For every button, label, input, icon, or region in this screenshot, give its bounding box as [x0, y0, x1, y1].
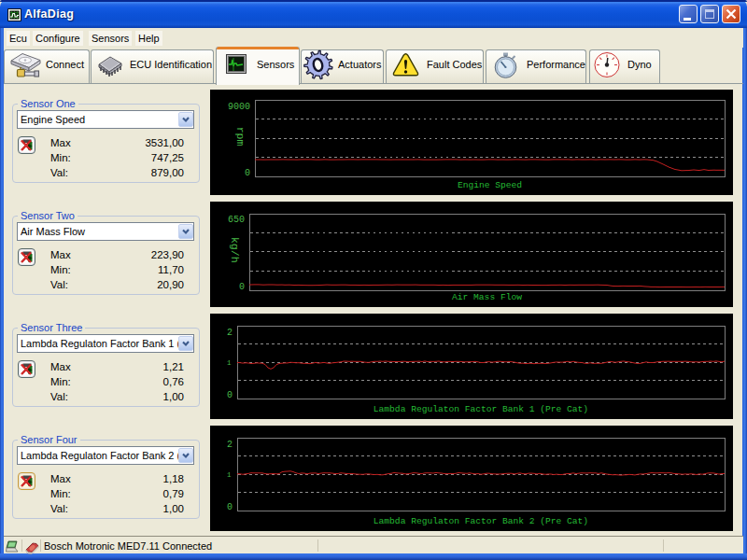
svg-text:Air Mass Flow: Air Mass Flow — [452, 292, 522, 302]
svg-text:Lambda Regulaton Factor Bank 2: Lambda Regulaton Factor Bank 2 (Pre Cat) — [374, 516, 588, 526]
svg-text:kg/h: kg/h — [229, 237, 241, 263]
svg-text:650: 650 — [228, 215, 245, 225]
svg-text:1: 1 — [227, 359, 232, 367]
svg-text:9000: 9000 — [228, 102, 250, 112]
svg-text:0: 0 — [227, 390, 233, 400]
svg-text:0: 0 — [239, 282, 245, 292]
svg-text:2: 2 — [227, 440, 233, 450]
svg-text:0: 0 — [245, 168, 250, 178]
svg-text:Engine Speed: Engine Speed — [458, 180, 522, 190]
svg-text:rpm: rpm — [234, 127, 247, 147]
svg-text:2: 2 — [227, 328, 233, 338]
svg-text:Lambda Regulaton Factor Bank 1: Lambda Regulaton Factor Bank 1 (Pre Cat) — [374, 404, 588, 414]
svg-text:1: 1 — [227, 471, 232, 479]
svg-text:0: 0 — [227, 502, 233, 512]
